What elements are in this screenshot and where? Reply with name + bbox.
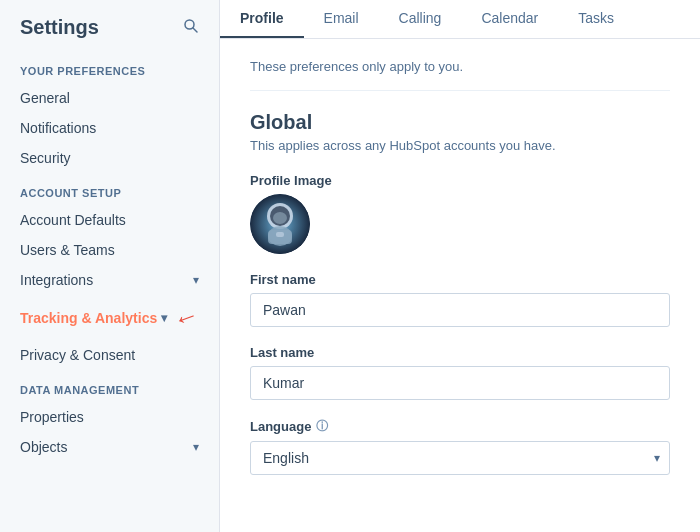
sidebar-item-properties[interactable]: Properties: [0, 402, 219, 432]
main-content: Profile Email Calling Calendar Tasks The…: [220, 0, 700, 532]
sidebar: Settings Your Preferences General Notifi…: [0, 0, 220, 532]
tab-tasks[interactable]: Tasks: [558, 0, 634, 38]
first-name-input[interactable]: [250, 293, 670, 327]
language-label: Language ⓘ: [250, 418, 670, 435]
preference-note: These preferences only apply to you.: [250, 59, 670, 91]
sidebar-item-account-defaults[interactable]: Account Defaults: [0, 205, 219, 235]
red-arrow-annotation: ←: [168, 298, 203, 336]
profile-image-label: Profile Image: [250, 173, 670, 188]
svg-rect-8: [276, 232, 284, 237]
search-icon[interactable]: [183, 18, 199, 38]
last-name-input[interactable]: [250, 366, 670, 400]
section-label-data-management: Data Management: [0, 370, 219, 402]
sidebar-item-tracking-analytics[interactable]: Tracking & Analytics ▾ ←: [0, 295, 219, 340]
chevron-down-icon: ▾: [193, 440, 199, 454]
sidebar-item-security[interactable]: Security: [0, 143, 219, 173]
content-area: These preferences only apply to you. Glo…: [220, 39, 700, 532]
sidebar-item-integrations[interactable]: Integrations ▾: [0, 265, 219, 295]
sidebar-item-objects[interactable]: Objects ▾: [0, 432, 219, 462]
svg-line-1: [193, 28, 197, 32]
first-name-label: First name: [250, 272, 670, 287]
sidebar-item-notifications[interactable]: Notifications: [0, 113, 219, 143]
global-title: Global: [250, 111, 670, 134]
last-name-field: Last name: [250, 345, 670, 400]
sidebar-item-general[interactable]: General: [0, 83, 219, 113]
language-select-wrapper: English Spanish French German Portuguese…: [250, 441, 670, 475]
section-label-preferences: Your Preferences: [0, 51, 219, 83]
sidebar-item-privacy-consent[interactable]: Privacy & Consent: [0, 340, 219, 370]
tab-profile[interactable]: Profile: [220, 0, 304, 38]
tab-calendar[interactable]: Calendar: [461, 0, 558, 38]
section-label-account-setup: Account Setup: [0, 173, 219, 205]
global-subtitle: This applies across any HubSpot accounts…: [250, 138, 670, 153]
chevron-down-icon: ▾: [193, 273, 199, 287]
tab-email[interactable]: Email: [304, 0, 379, 38]
avatar[interactable]: [250, 194, 310, 254]
svg-point-5: [273, 212, 287, 224]
tab-bar: Profile Email Calling Calendar Tasks: [220, 0, 700, 39]
tab-calling[interactable]: Calling: [379, 0, 462, 38]
chevron-down-icon: ▾: [161, 311, 167, 325]
language-field: Language ⓘ English Spanish French German…: [250, 418, 670, 475]
info-icon[interactable]: ⓘ: [316, 418, 328, 435]
sidebar-title: Settings: [20, 16, 99, 39]
language-select[interactable]: English Spanish French German Portuguese: [250, 441, 670, 475]
last-name-label: Last name: [250, 345, 670, 360]
sidebar-header: Settings: [0, 0, 219, 51]
first-name-field: First name: [250, 272, 670, 327]
profile-image-section: Profile Image: [250, 173, 670, 254]
sidebar-item-users-teams[interactable]: Users & Teams: [0, 235, 219, 265]
